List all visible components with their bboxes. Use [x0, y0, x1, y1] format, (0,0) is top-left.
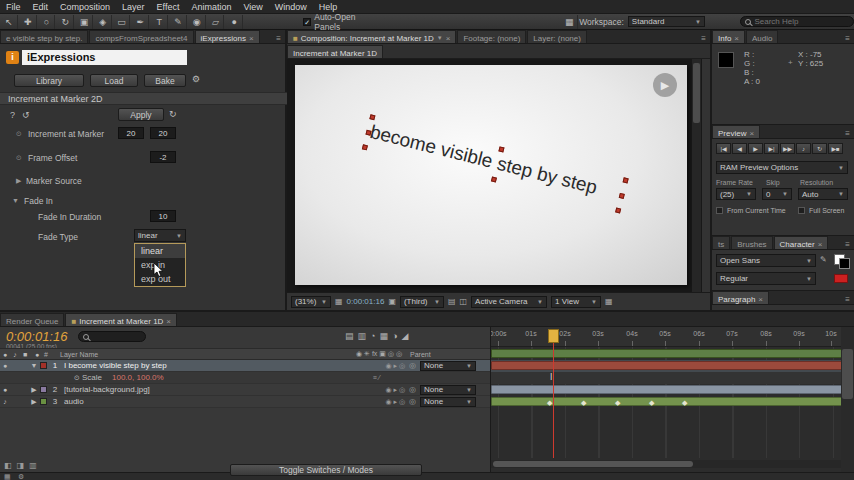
tab-character[interactable]: Character× [774, 236, 829, 249]
close-icon[interactable]: × [818, 240, 823, 249]
region-of-interest-icon[interactable]: ▤ [448, 297, 456, 306]
close-icon[interactable]: × [166, 317, 171, 326]
parent-pickwhip-icon[interactable]: ◎ [409, 361, 416, 370]
motion-blur-icon[interactable]: ◑ [392, 331, 397, 341]
layer-switches[interactable]: ◉ ▸ ◎ [385, 362, 405, 370]
tab-brushes[interactable]: Brushes [731, 236, 772, 249]
composition-canvas[interactable]: become visible step by step ▶ [295, 65, 687, 285]
selection-handle[interactable] [362, 144, 368, 150]
menu-file[interactable]: File [0, 2, 27, 12]
tab-visible-step-by-step[interactable]: e visible step by step. [0, 30, 88, 43]
draft-3d-icon[interactable]: ▥ [358, 331, 367, 341]
current-time-indicator-handle[interactable] [548, 329, 559, 343]
workspace-dropdown[interactable]: Standard▼ [628, 16, 705, 27]
twirl-open-icon[interactable]: ▼ [12, 197, 19, 204]
close-icon[interactable]: × [749, 129, 754, 138]
menu-effect[interactable]: Effect [151, 2, 186, 12]
stopwatch-icon[interactable]: ⊙ [16, 130, 22, 138]
layer-name[interactable]: I become visible step by step [64, 361, 167, 370]
tab-footage[interactable]: Footage: (none) [457, 30, 526, 43]
composition-mini-flowchart-icon[interactable]: ▤ [345, 331, 354, 341]
ram-preview-button[interactable]: ▶■ [828, 143, 843, 154]
tab-iexpressions[interactable]: iExpressions× [195, 30, 260, 43]
twirl-closed-icon[interactable]: ▶ [30, 386, 38, 394]
increment-value-1-input[interactable] [118, 127, 144, 139]
timeline-vertical-scrollbar[interactable] [841, 327, 854, 474]
parent-dropdown[interactable]: None▼ [420, 385, 476, 395]
panel-menu-icon[interactable]: ≡ [841, 295, 854, 304]
tab-timeline-comp[interactable]: ■ Increment at Marker 1D × [65, 313, 177, 326]
layer-label-color[interactable] [40, 386, 47, 393]
hand-tool-icon[interactable]: ✚ [20, 15, 37, 29]
tab-layer[interactable]: Layer: (none) [527, 30, 587, 43]
text-layer-bounding-box[interactable]: become visible step by step [367, 121, 624, 209]
timeline-track-pane[interactable]: 0:00s 01s 02s 03s 04s 05s 06s 07s 08s 09… [490, 327, 841, 474]
twirl-closed-icon[interactable]: ▶ [30, 398, 38, 406]
scale-property-row[interactable]: ⊙ Scale 100.0, 100.0% ≡ ⁄ [0, 372, 490, 384]
increment-value-2-input[interactable] [150, 127, 176, 139]
pixel-aspect-icon[interactable]: ▦ [605, 297, 613, 306]
layer-name[interactable]: audio [64, 397, 84, 406]
tab-render-queue[interactable]: Render Queue [0, 313, 64, 326]
skip-dropdown[interactable]: 0▼ [762, 188, 792, 200]
frame-blending-icon[interactable]: ▦ [379, 331, 388, 341]
panel-menu-icon[interactable]: ≡ [841, 129, 854, 138]
comp-sub-tab[interactable]: Increment at Marker 1D [287, 45, 383, 58]
menu-edit[interactable]: Edit [27, 2, 55, 12]
panel-menu-icon[interactable]: ≡ [272, 34, 285, 43]
layer-switches[interactable]: ◉ ▸ ◎ [385, 398, 405, 406]
panel-menu-icon[interactable]: ≡ [841, 240, 854, 249]
resolution-dropdown[interactable]: (Third)▼ [400, 296, 444, 308]
status-icon-1[interactable]: ▦ [4, 473, 11, 480]
parent-dropdown[interactable]: None▼ [420, 397, 476, 407]
viewer-vertical-scrollbar[interactable] [692, 59, 701, 292]
layer-row-3[interactable]: ♪ ▶ 3 audio ◉ ▸ ◎ ◎ None▼ [0, 396, 490, 408]
keyframe-diamond[interactable]: ◆ [581, 399, 586, 407]
audio-mute-button[interactable]: ♪ [796, 143, 811, 154]
apply-button[interactable]: Apply [118, 108, 164, 121]
parent-pickwhip-icon[interactable]: ◎ [409, 397, 416, 406]
help-icon[interactable]: ? [10, 110, 15, 120]
selection-tool-icon[interactable]: ↖ [1, 15, 18, 29]
layer-switches[interactable]: ◉ ▸ ◎ [385, 386, 405, 394]
rotate-tool-icon[interactable]: ↻ [57, 15, 74, 29]
tab-composition[interactable]: ■ Composition: Increment at Marker 1D ▼ … [287, 30, 456, 43]
tab-audio[interactable]: Audio [746, 30, 778, 43]
layer-row-1[interactable]: ● ▼ 1 I become visible step by step ◉ ▸ … [0, 360, 490, 372]
time-ruler[interactable]: 0:00s 01s 02s 03s 04s 05s 06s 07s 08s 09… [491, 327, 841, 347]
stopwatch-icon[interactable]: ⊙ [16, 154, 22, 162]
camera-tool-icon[interactable]: ▣ [76, 15, 93, 29]
last-frame-button[interactable]: ▶▶ [780, 143, 795, 154]
tab-paints[interactable]: ts [712, 236, 730, 249]
transparency-grid-icon[interactable]: ◫ [460, 297, 468, 306]
keyframe-diamond[interactable]: ◆ [547, 399, 552, 407]
panel-menu-icon[interactable]: ≡ [697, 34, 710, 43]
keyframe-diamond[interactable]: ◆ [649, 399, 654, 407]
dropdown-option-exp-in[interactable]: exp in [135, 258, 185, 272]
close-icon[interactable]: × [446, 34, 451, 43]
layer-label-color[interactable] [40, 362, 47, 369]
close-icon[interactable]: × [249, 34, 254, 43]
bake-button[interactable]: Bake [144, 74, 186, 87]
resolution-preview-dropdown[interactable]: Auto▼ [798, 188, 848, 200]
eyedropper-icon[interactable]: ✎ [820, 255, 827, 264]
menu-layer[interactable]: Layer [116, 2, 151, 12]
keyframe-diamond[interactable]: ◆ [615, 399, 620, 407]
snapshot-camera-icon[interactable]: ▣ [388, 297, 396, 306]
audio-speaker-icon[interactable]: ♪ [0, 398, 10, 405]
expression-icons[interactable]: ≡ ⁄ [373, 374, 380, 381]
hide-shy-layers-icon[interactable]: ◔ [370, 331, 375, 341]
visibility-eye-icon[interactable]: ● [0, 362, 10, 369]
menu-composition[interactable]: Composition [54, 2, 116, 12]
pan-behind-tool-icon[interactable]: ◈ [95, 15, 112, 29]
menu-view[interactable]: View [237, 2, 268, 12]
previous-frame-button[interactable]: ◀ [732, 143, 747, 154]
layer-name[interactable]: [tutorial-background.jpg] [64, 385, 150, 394]
layer-label-color[interactable] [40, 398, 47, 405]
panel-menu-icon[interactable]: ≡ [841, 34, 854, 43]
selection-handle[interactable] [623, 177, 629, 183]
zoom-dropdown[interactable]: (31%)▼ [291, 296, 331, 308]
layer-2-duration-bar[interactable] [491, 385, 841, 394]
fade-in-duration-input[interactable] [150, 210, 176, 222]
timeline-horizontal-scrollbar[interactable] [491, 460, 841, 468]
